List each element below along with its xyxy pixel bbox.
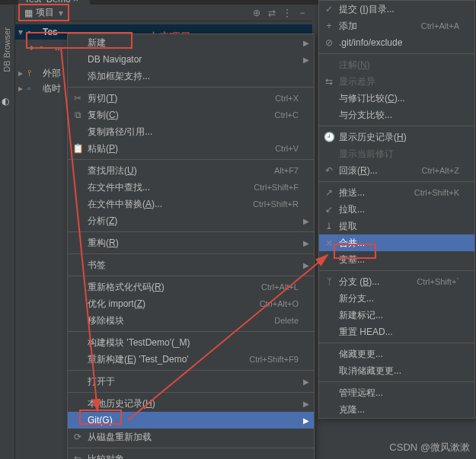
menu-item-label: Git(G) [88,415,299,426]
menu-item[interactable]: 移除模块Delete [68,312,314,329]
menu-shortcut: Ctrl+Alt+L [261,282,299,292]
menu-item[interactable]: 复制路径/引用... [68,123,314,140]
menu-item[interactable]: ↶回滚(R)...Ctrl+Alt+Z [319,162,474,179]
menu-item[interactable]: 新建▶ [68,34,314,51]
menu-item-label: 重构(R) [88,237,299,250]
panel-title[interactable]: ▦ 项目 ▾ [18,4,69,21]
menu-item[interactable]: ⤨合并... [319,234,474,251]
menu-separator [68,370,314,371]
menu-item[interactable]: 构建模块 'TestDemo'(_M) [68,334,314,351]
exclude-icon: ⊘ [324,37,334,48]
menu-item-label: 查找用法(U) [88,164,267,177]
menu-shortcut: Ctrl+Alt+A [421,21,459,30]
menu-item[interactable]: 变基... [319,251,474,268]
menu-item[interactable]: ⧉复制(C)Ctrl+C [68,107,314,123]
menu-item-label: 添加框架支持... [88,70,299,83]
menu-item[interactable]: Git(G)▶ [68,412,314,429]
menu-item-label: 与修订比较(C)... [339,92,459,105]
menu-item[interactable]: 新分支... [319,290,474,307]
menu-item[interactable]: 📋粘贴(P)Ctrl+V [68,140,314,157]
context-menu-main: 新建▶DB Navigator▶添加框架支持...✂剪切(T)Ctrl+X⧉复制… [67,33,315,459]
menu-item[interactable]: 书签▶ [68,257,314,273]
menu-item[interactable]: 与分支比较... [319,107,474,123]
menu-item-label: 储藏更更... [339,348,459,361]
menu-separator [319,126,474,126]
menu-shortcut: Alt+F7 [274,166,299,175]
menu-item[interactable]: 管理远程... [319,384,474,401]
menu-item[interactable]: 🕘显示历史记录(H) [319,129,474,145]
menu-item[interactable]: 储藏更更... [319,346,474,362]
menu-item[interactable]: ᛘ分支 (B)...Ctrl+Shift+` [319,273,474,290]
menu-item[interactable]: 重新格式化代码(R)Ctrl+Alt+L [68,279,314,295]
menu-item-label: 显示当前修订 [339,148,459,161]
menu-item[interactable]: ✂剪切(T)Ctrl+X [68,90,314,107]
menu-separator [68,392,314,393]
add-icon: + [324,21,334,31]
context-menu-git: ✓提交 (I)目录...+添加Ctrl+Alt+A⊘.git/info/excl… [318,0,475,419]
menu-item-label: 构建模块 'TestDemo'(_M) [88,336,299,349]
menu-item[interactable]: 在文件中查找...Ctrl+Shift+F [68,179,314,196]
menu-item-label: 合并... [339,237,459,250]
menu-item[interactable]: 打开于▶ [68,373,314,390]
filter-icon[interactable]: ⇄ [265,6,279,20]
menu-item[interactable]: +添加Ctrl+Alt+A [319,18,474,34]
diff-icon: ⇆ [72,454,83,459]
menu-item[interactable]: ⤓提取 [319,218,474,234]
locate-icon[interactable]: ⊕ [250,6,264,20]
menu-item[interactable]: ⟳从磁盘重新加载 [68,429,314,445]
menu-shortcut: Ctrl+Shift+` [417,277,459,286]
menu-item[interactable]: 重新构建(E) 'Test_Demo'Ctrl+Shift+F9 [68,351,314,368]
menu-item-label: 打开于 [88,375,299,388]
submenu-arrow-icon: ▶ [303,239,309,247]
menu-item-label: 新分支... [339,292,459,305]
menu-item[interactable]: ↗推送...Ctrl+Shift+K [319,184,474,201]
menu-separator [319,343,474,343]
commit-icon: ✓ [324,4,334,14]
menu-item[interactable]: 新建标记... [319,307,474,324]
menu-item[interactable]: 与修订比较(C)... [319,90,474,107]
menu-item[interactable]: 重置 HEAD... [319,324,474,340]
menu-item[interactable]: 本地历史记录(H)▶ [68,395,314,412]
db-browser-tab[interactable]: DB Browser [2,27,11,72]
menu-item[interactable]: 分析(Z)▶ [68,212,314,229]
menu-item-label: 新建 [88,37,299,49]
settings-icon[interactable]: ⋮ [280,6,294,20]
menu-item[interactable]: ✓提交 (I)目录... [319,1,474,18]
menu-item[interactable]: ⇆比较对象 [68,451,314,459]
submenu-arrow-icon: ▶ [303,217,309,225]
menu-item-label: 剪切(T) [88,92,267,105]
menu-item[interactable]: 取消储藏更更... [319,362,474,379]
cut-icon: ✂ [72,93,83,104]
menu-item-label: 在文件中替换(A)... [88,198,245,211]
menu-separator [319,53,474,54]
menu-shortcut: Ctrl+V [275,144,299,153]
menu-item[interactable]: 优化 import(Z)Ctrl+Alt+O [68,295,314,312]
menu-item[interactable]: 查找用法(U)Alt+F7 [68,162,314,179]
menu-item-label: 移除模块 [88,314,267,327]
submenu-arrow-icon: ▶ [303,39,309,47]
menu-item-label: 重置 HEAD... [339,326,459,339]
menu-item[interactable]: 克隆... [319,401,474,418]
menu-item[interactable]: 添加框架支持... [68,68,314,84]
menu-separator [68,231,314,232]
menu-item-label: 重新格式化代码(R) [88,281,254,294]
menu-item-label: 显示差异 [339,75,459,88]
menu-separator [68,87,314,88]
menu-shortcut: Ctrl+Shift+F [254,183,299,192]
menu-item[interactable]: ⊘.git/info/exclude [319,34,474,51]
menu-item[interactable]: DB Navigator▶ [68,51,314,68]
menu-shortcut: Ctrl+C [275,110,299,120]
db-icon[interactable]: ◐ [2,96,14,108]
menu-separator [319,181,474,182]
menu-item-label: 复制(C) [88,109,267,122]
menu-item[interactable]: 重构(R)▶ [68,234,314,251]
menu-item[interactable]: 在文件中替换(A)...Ctrl+Shift+R [68,196,314,212]
menu-separator [68,448,314,448]
menu-item-label: .git/info/exclude [339,37,459,48]
menu-item-label: 分析(Z) [88,215,299,228]
menu-item-label: 比较对象 [88,453,299,460]
diff-icon: ⇆ [324,76,334,87]
hide-icon[interactable]: − [296,6,309,20]
menu-item[interactable]: ↙拉取... [319,201,474,218]
menu-shortcut: Ctrl+Shift+F9 [249,355,299,364]
